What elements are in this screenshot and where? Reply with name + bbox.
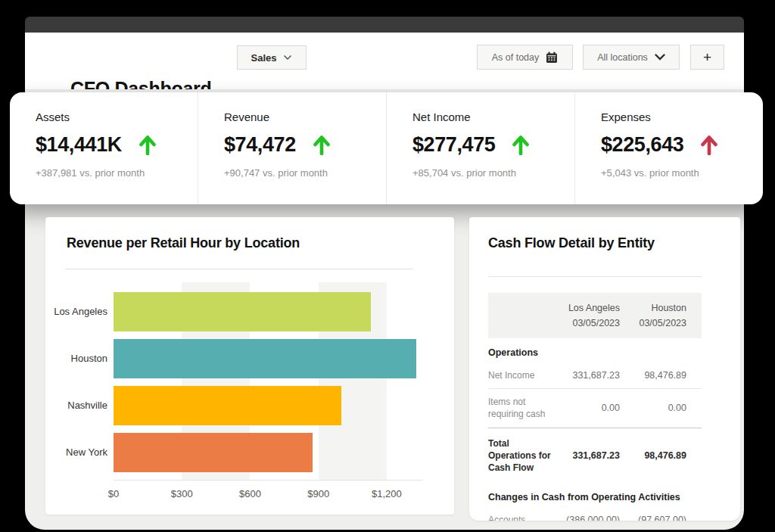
revenue-chart-card: Revenue per Retail Hour by Location Los … (45, 217, 454, 515)
bar-nashville[interactable] (114, 386, 341, 425)
table-row: Net Income331,687.2398,476.89 (488, 362, 702, 388)
x-tick-label: $1,200 (372, 488, 402, 499)
calendar-icon (546, 51, 558, 64)
row-value: 0.00 (620, 403, 686, 413)
window-titlebar (25, 17, 744, 33)
section-header: Changes in Cash from Operating Activitie… (488, 483, 702, 507)
kpi-card-net-income[interactable]: Net Income$277,475+85,704 vs. prior mont… (386, 92, 574, 204)
kpi-label: Expenses (601, 110, 755, 123)
chart-row-new-york: New York (114, 429, 416, 476)
trend-up-arrow-icon (139, 135, 157, 155)
bar-houston[interactable] (114, 339, 416, 378)
table-row: Items not requiring cash0.000.00 (488, 388, 702, 427)
chart-row-nashville: Nashville (114, 382, 416, 429)
row-label: Accounts (488, 514, 553, 521)
kpi-delta: +85,704 vs. prior month (412, 167, 567, 179)
chart-rows: Los AngelesHoustonNashvilleNew York (114, 288, 416, 476)
chart-title: Revenue per Retail Hour by Location (67, 235, 300, 251)
bar-chart-plot: Los AngelesHoustonNashvilleNew York$0$30… (114, 282, 416, 480)
cash-flow-table: Los Angeles03/05/2023Houston03/05/2023Op… (488, 293, 702, 521)
entity-name: Los Angeles (553, 300, 620, 316)
header-spacer (496, 300, 553, 331)
kpi-summary-strip: Assets$14,441K+387,981 vs. prior monthRe… (10, 92, 763, 204)
table-row: Total Operations for Cash Flow331,687.23… (488, 428, 702, 484)
row-value: 98,476.89 (620, 370, 686, 381)
x-tick-label: $300 (171, 488, 193, 499)
row-value: 331,687.23 (553, 450, 620, 461)
x-tick-label: $600 (239, 488, 261, 499)
row-value: (386,000.00) (553, 515, 620, 521)
kpi-value: $14,441K (36, 133, 122, 157)
x-tick-label: $0 (108, 488, 119, 499)
add-button[interactable]: + (690, 45, 724, 70)
kpi-value-row: $225,643 (601, 133, 755, 157)
row-value: (97,607.00) (620, 515, 686, 521)
dashboard-stage: CFO Dashboard Sales As of today All loca… (0, 0, 775, 532)
sales-filter-label: Sales (251, 52, 277, 64)
kpi-value: $225,643 (601, 133, 683, 157)
kpi-label: Revenue (224, 110, 378, 123)
category-label: New York (45, 429, 107, 476)
kpi-value-row: $14,441K (36, 133, 190, 157)
locations-label: All locations (597, 52, 648, 63)
row-label: Net Income (488, 369, 553, 381)
column-header-houston: Houston03/05/2023 (620, 300, 686, 331)
cash-flow-header-row: Los Angeles03/05/2023Houston03/05/2023 (488, 293, 702, 338)
as-of-date-label: As of today (492, 52, 540, 63)
kpi-value: $277,475 (412, 133, 495, 157)
as-of-date-button[interactable]: As of today (477, 45, 573, 70)
cash-flow-title-divider (488, 276, 702, 277)
sales-filter-dropdown[interactable]: Sales (237, 45, 307, 70)
row-label: Items not requiring cash (488, 396, 553, 420)
category-label: Los Angeles (45, 288, 107, 335)
row-label: Total Operations for Cash Flow (488, 437, 553, 474)
kpi-value: $74,472 (224, 133, 296, 157)
locations-dropdown[interactable]: All locations (583, 45, 680, 70)
kpi-value-row: $74,472 (224, 133, 378, 157)
kpi-value-row: $277,475 (412, 133, 567, 157)
chart-row-houston: Houston (114, 335, 416, 382)
entity-name: Houston (620, 300, 686, 316)
chart-row-los-angeles: Los Angeles (114, 288, 416, 335)
section-header: Operations (488, 338, 702, 362)
kpi-label: Net Income (412, 110, 567, 123)
x-axis-line (114, 480, 422, 481)
kpi-delta: +90,747 vs. prior month (224, 167, 378, 179)
add-button-label: + (703, 49, 711, 66)
row-value: 0.00 (553, 403, 620, 413)
kpi-delta: +5,043 vs. prior month (601, 167, 755, 179)
kpi-delta: +387,981 vs. prior month (36, 167, 190, 179)
bar-new-york[interactable] (114, 433, 313, 472)
kpi-card-revenue[interactable]: Revenue$74,472+90,747 vs. prior month (198, 92, 386, 204)
kpi-card-assets[interactable]: Assets$14,441K+387,981 vs. prior month (10, 92, 198, 204)
kpi-label: Assets (36, 110, 190, 123)
column-header-los-angeles: Los Angeles03/05/2023 (553, 300, 620, 331)
category-label: Houston (45, 335, 107, 382)
chevron-down-icon (655, 54, 665, 61)
x-tick-label: $900 (307, 488, 329, 499)
row-value: 98,476.89 (620, 450, 686, 461)
trend-up-arrow-icon (313, 135, 331, 155)
cash-flow-card: Cash Flow Detail by Entity Los Angeles03… (469, 217, 740, 521)
cash-flow-title: Cash Flow Detail by Entity (488, 235, 655, 251)
kpi-card-expenses[interactable]: Expenses$225,643+5,043 vs. prior month (574, 92, 763, 204)
entity-date: 03/05/2023 (620, 316, 686, 331)
trend-up-arrow-icon (700, 135, 718, 155)
trend-up-arrow-icon (512, 135, 530, 155)
table-row: Accounts(386,000.00)(97,607.00) (488, 507, 702, 521)
row-value: 331,687.23 (553, 370, 620, 381)
chart-title-divider (65, 269, 413, 269)
bar-los-angeles[interactable] (114, 292, 371, 331)
category-label: Nashville (45, 382, 107, 429)
chevron-down-icon (283, 54, 292, 61)
entity-date: 03/05/2023 (553, 316, 620, 331)
